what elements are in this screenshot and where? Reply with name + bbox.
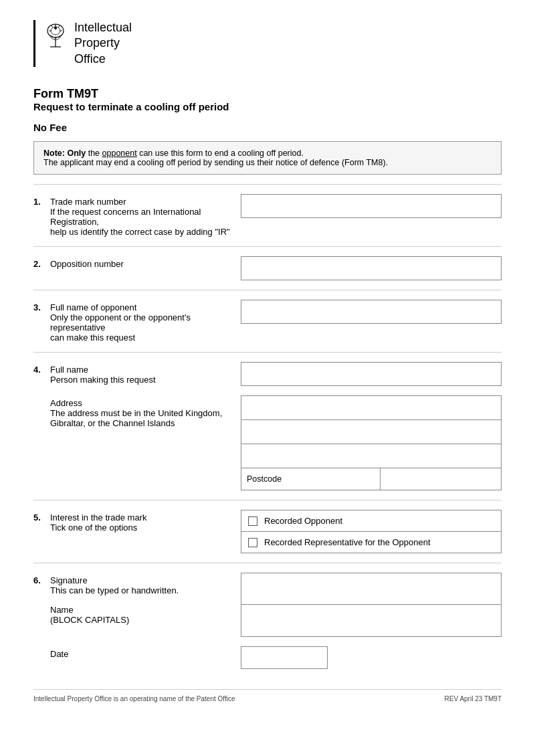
form-subtitle: Request to terminate a cooling off perio… [33,101,502,112]
divider-2 [33,246,502,247]
field-1-desc1: If the request concerns an International… [50,207,230,227]
no-fee-label: No Fee [33,122,502,133]
interest-checkbox-2[interactable] [248,538,257,547]
address-line1-input[interactable] [241,395,502,419]
field-2-number: 2. [33,256,50,280]
name-label: Name [50,605,230,615]
postcode-row: Postcode [241,468,502,490]
divider-5 [33,500,502,500]
signature-input[interactable] [241,573,502,605]
date-label: Date [50,649,230,659]
field-6-number: 6. [33,573,50,637]
note-underline: opponent [102,149,137,158]
field-3-row: 3. Full name of opponent Only the oppone… [33,300,502,343]
field-5-row: 5. Interest in the trade mark Tick one o… [33,510,502,553]
field-3-input-col [241,300,502,343]
field-6-label: Signature This can be typed or handwritt… [50,573,241,637]
field-2-label: Opposition number [50,256,241,280]
date-row: Date [33,646,502,669]
note-box: Note: Only the opponent can use this for… [33,141,502,175]
interest-label-1: Recorded Opponent [264,516,342,526]
name-block-input[interactable] [241,605,502,637]
note-line2: The applicant may end a cooling off peri… [43,158,492,167]
divider-6 [33,563,502,563]
footer: Intellectual Property Office is an opera… [33,689,502,702]
interest-options-col: Recorded Opponent Recorded Representativ… [241,510,502,553]
form-title: Form TM9T [33,87,502,101]
svg-line-4 [51,25,53,27]
divider-3 [33,290,502,290]
field-4-label: Full name Person making this request [50,362,241,386]
field-5-title: Interest in the trade mark [50,512,230,523]
interest-options-box: Recorded Opponent Recorded Representativ… [241,510,502,553]
field-4-input-col [241,362,502,386]
address-number-spacer [33,395,50,490]
address-label-col: Address The address must be in the Unite… [50,395,241,490]
field-5-number: 5. [33,510,50,553]
divider-1 [33,184,502,185]
field-4-number: 4. [33,362,50,386]
field-6-row: 6. Signature This can be typed or handwr… [33,573,502,637]
field-1-desc2: help us identify the correct case by add… [50,227,230,237]
name-desc: (BLOCK CAPITALS) [50,615,230,625]
trade-mark-number-input[interactable] [241,194,502,218]
svg-point-2 [54,27,57,29]
field-2-input-col [241,256,502,280]
field-3-title: Full name of opponent [50,302,230,312]
full-name-input[interactable] [241,362,502,386]
field-3-desc1: Only the opponent or the opponent's repr… [50,312,230,333]
address-desc: The address must be in the United Kingdo… [50,408,230,428]
address-input-col: Postcode [241,395,502,490]
field-3-desc2: can make this request [50,333,230,343]
field-1-input-col [241,194,502,237]
field-1-label: Trade mark number If the request concern… [50,194,241,237]
opposition-number-input[interactable] [241,256,502,280]
divider-4 [33,352,502,353]
address-line3-input[interactable] [241,444,502,468]
footer-right: REV April 23 TM9T [445,695,502,702]
field-2-row: 2. Opposition number [33,256,502,280]
header: Intellectual Property Office [33,20,502,67]
interest-option-2[interactable]: Recorded Representative for the Opponent [241,532,501,553]
postcode-label: Postcode [241,468,381,490]
org-line1: Intellectual [74,20,132,35]
address-label: Address [50,398,230,408]
date-input[interactable] [241,646,328,669]
field-5-desc: Tick one of the options [50,523,230,533]
footer-left: Intellectual Property Office is an opera… [33,695,235,702]
interest-checkbox-1[interactable] [248,516,257,526]
interest-option-1[interactable]: Recorded Opponent [241,510,501,532]
org-line2: Property [74,35,132,51]
opponent-name-input[interactable] [241,300,502,324]
interest-label-2: Recorded Representative for the Opponent [264,537,431,547]
form-title-block: Form TM9T Request to terminate a cooling… [33,87,502,112]
royal-crest-icon [43,21,68,48]
field-3-number: 3. [33,300,50,343]
field-3-label: Full name of opponent Only the opponent … [50,300,241,343]
postcode-input[interactable] [381,468,501,490]
signature-desc: This can be typed or handwritten. [50,585,230,595]
logo-text: Intellectual Property Office [74,20,132,67]
date-label-col: Date [50,646,241,659]
note-line1: Note: Only the opponent can use this for… [43,149,492,158]
field-5-label: Interest in the trade mark Tick one of t… [50,510,241,553]
svg-line-5 [58,25,60,27]
date-input-col [241,646,502,669]
field-1-row: 1. Trade mark number If the request conc… [33,194,502,237]
signature-input-col [241,573,502,637]
logo-emblem [43,21,68,53]
address-line2-input[interactable] [241,419,502,444]
field-4-row: 4. Full name Person making this request [33,362,502,386]
field-4-title: Full name [50,365,230,375]
org-line3: Office [74,52,132,67]
field-2-title: Opposition number [50,259,230,269]
field-4-desc1: Person making this request [50,375,230,385]
address-row: Address The address must be in the Unite… [33,395,502,490]
signature-title: Signature [50,575,230,585]
note-bold: Note: Only [43,149,86,158]
field-1-title: Trade mark number [50,197,230,207]
field-1-number: 1. [33,194,50,237]
